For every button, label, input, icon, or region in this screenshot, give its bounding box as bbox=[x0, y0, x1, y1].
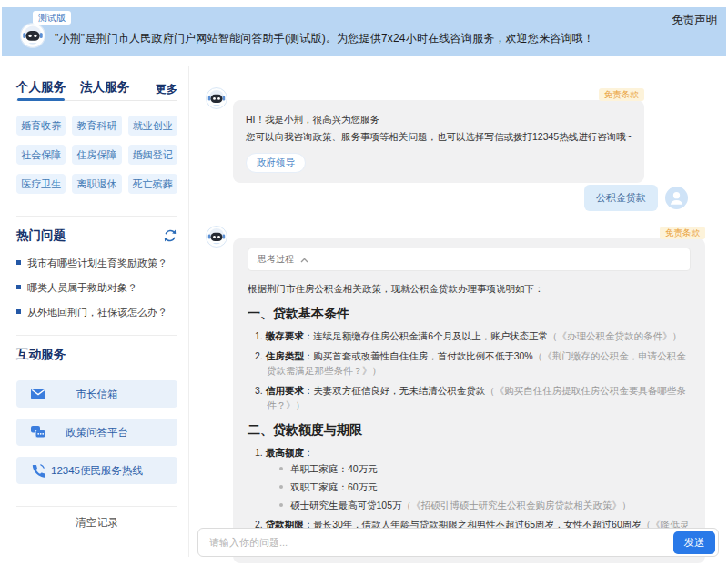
list-item-label: 住房类型 bbox=[266, 350, 304, 361]
service-category-button[interactable]: 婚姻登记 bbox=[128, 145, 177, 165]
greeting-line: HI！我是小荆，很高兴为您服务 bbox=[246, 111, 632, 128]
quick-reply-tag[interactable]: 政府领导 bbox=[246, 153, 306, 173]
answer-sublist-item: 双职工家庭：60万元 bbox=[279, 480, 691, 494]
list-item-label: 缴存要求 bbox=[266, 330, 304, 341]
hot-question[interactable]: 从外地回荆门，社保该怎么办？ bbox=[16, 306, 177, 318]
robot-icon bbox=[206, 87, 228, 109]
hotline-12345-card[interactable]: 12345便民服务热线 bbox=[16, 457, 177, 484]
hot-question[interactable]: 哪类人员属于救助对象？ bbox=[16, 281, 177, 294]
refresh-icon[interactable] bbox=[163, 228, 177, 243]
tab-personal-services[interactable]: 个人服务 bbox=[16, 78, 66, 100]
more-link[interactable]: 更多 bbox=[156, 82, 177, 97]
list-item-label: 信用要求 bbox=[266, 385, 304, 396]
divider bbox=[188, 66, 189, 557]
service-category-button[interactable]: 社会保障 bbox=[16, 145, 66, 165]
interactive-services-list: 市长信箱 政策问答平台 12345便民服务热线 bbox=[16, 380, 177, 495]
mayor-mailbox-card[interactable]: 市长信箱 bbox=[16, 380, 177, 408]
service-category-button[interactable]: 离职退休 bbox=[72, 174, 121, 194]
answer-list-item: 1. 缴存要求：连续足额缴存住房公积金满6个月及以上，账户状态正常（《办理公积金… bbox=[255, 328, 691, 344]
list-number: 1. bbox=[255, 330, 266, 341]
list-item-text: ：购买首套或改善性自住住房，首付款比例不低于30% bbox=[304, 350, 533, 361]
robot-icon bbox=[20, 23, 46, 48]
service-category-button[interactable]: 婚育收养 bbox=[16, 116, 66, 136]
policy-reference: （《招硕引博硕士研究生公积金购房贷款相关政策》） bbox=[402, 500, 632, 510]
hot-question-label: 从外地回荆门，社保该怎么办？ bbox=[27, 306, 167, 318]
answer-sublist-item: 单职工家庭：40万元 bbox=[279, 461, 691, 476]
tab-legal-entity-services[interactable]: 法人服务 bbox=[80, 78, 129, 100]
answer-intro: 根据荆门市住房公积金相关政策，现就公积金贷款办理事项说明如下： bbox=[248, 281, 691, 297]
user-avatar-icon bbox=[665, 187, 688, 209]
thinking-process-label: 思考过程 bbox=[258, 253, 294, 266]
thinking-process-toggle[interactable]: 思考过程 bbox=[248, 248, 691, 271]
list-item-label: 最高额度 bbox=[266, 447, 304, 458]
robot-icon bbox=[206, 226, 228, 248]
message-disclaimer-badge[interactable]: 免责条款 bbox=[660, 227, 705, 239]
chat-assistant-page: 测试版 "小荆"是荆门市人民政府门户网站智能问答助手(测试版)。为您提供7x24… bbox=[0, 0, 728, 566]
interactive-services-header: 互动服务 bbox=[16, 347, 177, 363]
list-item-text: ： bbox=[304, 447, 314, 458]
sublist-item-text: 双职工家庭：60万元 bbox=[290, 481, 378, 492]
top-banner: 测试版 "小荆"是荆门市人民政府门户网站智能问答助手(测试版)。为您提供7x24… bbox=[2, 7, 726, 56]
divider bbox=[16, 506, 177, 507]
policy-qa-platform-card[interactable]: 政策问答平台 bbox=[16, 419, 177, 446]
divider bbox=[16, 216, 177, 217]
hot-questions-header: 热门问题 bbox=[16, 227, 177, 244]
hot-question-label: 我市有哪些计划生育奖励政策？ bbox=[27, 257, 167, 269]
list-item-text: ：连续足额缴存住房公积金满6个月及以上，账户状态正常 bbox=[304, 330, 548, 341]
list-number: 3. bbox=[255, 385, 266, 396]
service-category-button[interactable]: 住房保障 bbox=[72, 145, 121, 165]
bullet-square-icon bbox=[16, 260, 21, 265]
banner-intro-text: "小荆"是荆门市人民政府门户网站智能问答助手(测试版)。为您提供7x24小时在线… bbox=[55, 31, 594, 46]
hot-question-label: 哪类人员属于救助对象？ bbox=[27, 281, 137, 294]
answer-list-item: 3. 信用要求：夫妻双方征信良好，无未结清公积金贷款（《购买自住住房提取住房公积… bbox=[255, 383, 691, 413]
bullet-dot-icon bbox=[279, 467, 283, 470]
question-input[interactable] bbox=[198, 537, 673, 548]
sublist-item-text: 硕士研究生最高可贷105万 bbox=[290, 500, 402, 510]
clear-history-button[interactable]: 清空记录 bbox=[16, 515, 177, 531]
list-number: 1. bbox=[255, 447, 266, 458]
bullet-square-icon bbox=[16, 309, 21, 314]
bullet-square-icon bbox=[16, 285, 21, 289]
list-item-text: ：夫妻双方征信良好，无未结清公积金贷款 bbox=[304, 385, 486, 396]
answer-list-item: 1. 最高额度： 单职工家庭：40万元 双职工家庭：60万元 硕士研究生最高可贷… bbox=[255, 445, 691, 513]
answer-section-heading: 二、贷款额度与期限 bbox=[248, 422, 691, 439]
service-category-grid: 婚育收养 教育科研 就业创业 社会保障 住房保障 婚姻登记 医疗卫生 离职退休 … bbox=[16, 116, 177, 194]
hot-question[interactable]: 我市有哪些计划生育奖励政策？ bbox=[16, 257, 177, 269]
bot-answer-bubble: 免责条款 思考过程 根据荆门市住房公积金相关政策，现就公积金贷款办理事项说明如下… bbox=[233, 238, 705, 563]
hot-questions-title: 热门问题 bbox=[16, 227, 66, 244]
user-message-row: 公积金贷款 bbox=[584, 185, 688, 211]
bullet-dot-icon bbox=[279, 485, 283, 489]
bullet-dot-icon bbox=[279, 503, 283, 507]
answer-list-item: 2. 住房类型：购买首套或改善性自住住房，首付款比例不低于30%（《荆门缴存的公… bbox=[255, 349, 691, 379]
disclaimer-link[interactable]: 免责声明 bbox=[672, 13, 717, 28]
phone-icon bbox=[30, 462, 46, 479]
mail-icon bbox=[30, 386, 46, 402]
answer-sublist: 单职工家庭：40万元 双职工家庭：60万元 硕士研究生最高可贷105万（《招硕引… bbox=[279, 461, 691, 512]
hot-questions-list: 我市有哪些计划生育奖励政策？ 哪类人员属于救助对象？ 从外地回荆门，社保该怎么办… bbox=[16, 257, 177, 330]
answer-sublist-item: 硕士研究生最高可贷105万（《招硕引博硕士研究生公积金购房贷款相关政策》） bbox=[279, 498, 691, 512]
chevron-up-icon bbox=[300, 255, 308, 265]
sublist-item-text: 单职工家庭：40万元 bbox=[290, 463, 378, 474]
interactive-services-title: 互动服务 bbox=[16, 347, 66, 363]
service-tabs: 个人服务 法人服务 更多 bbox=[16, 78, 177, 101]
policy-reference: （《办理公积金贷款的条件》） bbox=[548, 330, 682, 341]
user-message-bubble: 公积金贷款 bbox=[584, 185, 658, 211]
service-category-button[interactable]: 死亡殡葬 bbox=[128, 174, 177, 194]
message-disclaimer-badge[interactable]: 免责条款 bbox=[599, 88, 644, 101]
send-button[interactable]: 发送 bbox=[673, 531, 715, 554]
answer-list: 1. 缴存要求：连续足额缴存住房公积金满6个月及以上，账户状态正常（《办理公积金… bbox=[255, 328, 691, 413]
service-category-button[interactable]: 就业创业 bbox=[128, 116, 177, 136]
chat-input-bar: 发送 bbox=[197, 528, 719, 557]
chat-bubbles-icon bbox=[30, 424, 46, 440]
answer-section-heading: 一、贷款基本条件 bbox=[248, 306, 691, 322]
greeting-line: 您可以向我咨询政策、服务事项等相关问题，也可以选择写信或拨打12345热线进行咨… bbox=[246, 128, 632, 146]
list-number: 2. bbox=[255, 350, 266, 361]
service-category-button[interactable]: 教育科研 bbox=[72, 116, 121, 136]
divider bbox=[16, 335, 177, 336]
bot-message-bubble: 免责条款 HI！我是小荆，很高兴为您服务 您可以向我咨询政策、服务事项等相关问题… bbox=[233, 100, 644, 183]
service-category-button[interactable]: 医疗卫生 bbox=[16, 174, 66, 194]
version-badge: 测试版 bbox=[33, 11, 71, 25]
